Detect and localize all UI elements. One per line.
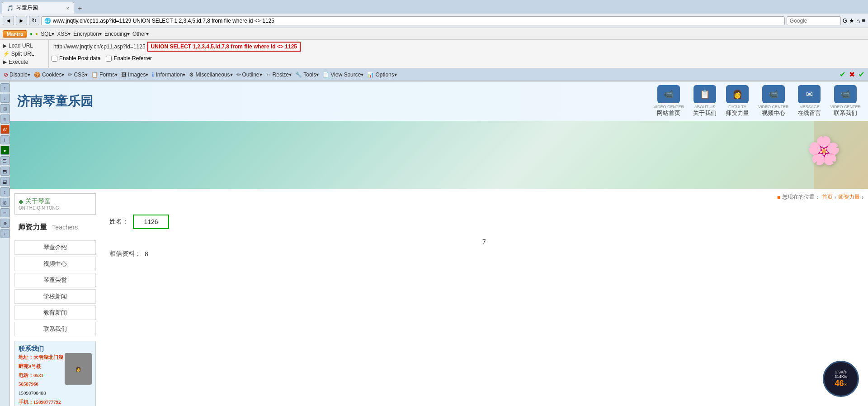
nav-message-top: MESSAGE [797, 105, 821, 109]
side-menu-item-5[interactable]: 教育新闻 [14, 306, 96, 320]
sidebar-icon-down[interactable]: ↓ [0, 229, 9, 238]
sidebar-icon-list[interactable]: ≡ [0, 208, 9, 217]
enable-post-text: Enable Post data [59, 55, 100, 62]
nav-item-home[interactable]: 📹 VIDEO CENTER 网站首页 [653, 85, 684, 117]
css-menu[interactable]: ✏ CSS▾ [68, 72, 88, 78]
sidebar-icon-i[interactable]: i [0, 135, 9, 144]
info-value: 8 [145, 250, 148, 258]
breadcrumb-current[interactable]: 师资力量 [838, 193, 860, 201]
sidebar-icon-table[interactable]: ⬒ [0, 167, 9, 176]
resize-label: Resize▾ [273, 72, 292, 78]
nav-message-main: 在线留言 [797, 109, 821, 117]
google-search-input[interactable] [787, 16, 841, 25]
active-tab[interactable]: 🎵 琴童乐园 × [2, 2, 74, 14]
hackbar-content: http://www.jnqtly.cn/cp11.asp?id=1125 UN… [49, 40, 868, 63]
load-url-label: Load URL [9, 43, 33, 49]
tab-close-button[interactable]: × [66, 5, 69, 11]
sidebar-icon-4[interactable]: ≡ [0, 115, 9, 124]
teacher-section: 师资力量 Teachers [14, 219, 96, 236]
site-logo: 济南琴童乐园 [17, 93, 93, 110]
nav-item-contact[interactable]: 📹 VIDEO CENTER 联系我们 [830, 85, 861, 117]
xss-menu[interactable]: XSS▾ [57, 31, 71, 37]
security-bar: ⊘ Disable▾ 🍪 Cookies▾ ✏ CSS▾ 📋 Forms▾ 🖼 … [0, 68, 868, 81]
breadcrumb-home[interactable]: 首页 [822, 193, 833, 201]
forward-button[interactable]: ► [16, 16, 27, 25]
home-button[interactable]: ⌂ [856, 17, 860, 24]
nav-home-top: VIDEO CENTER [653, 105, 684, 109]
site-main: ■ 您现在的位置： 首页 › 师资力量 › 姓名： 1126 7 [100, 189, 868, 406]
sidebar-icon-w[interactable]: W [0, 125, 9, 134]
view-source-menu[interactable]: 📄 View Source▾ [322, 72, 363, 78]
side-menu-item-2[interactable]: 视频中心 [14, 257, 96, 271]
sidebar-icon-target[interactable]: ◎ [0, 198, 9, 207]
about-title: ◆ 关于琴童 [19, 197, 92, 205]
enable-post-checkbox[interactable] [52, 56, 57, 62]
sidebar-icon-menu[interactable]: ☰ [0, 156, 9, 165]
execute-label: Execute [9, 59, 28, 65]
nav-home-main: 网站首页 [653, 109, 684, 117]
execute-button[interactable]: ▶ Execute [3, 58, 46, 66]
nav-contact-top: VIDEO CENTER [830, 105, 861, 109]
nav-item-faculty[interactable]: 👩 FACULTY 师资力量 [726, 85, 749, 117]
tools-menu[interactable]: 🔧 Tools▾ [295, 72, 319, 78]
images-icon: 🖼 [121, 72, 127, 78]
cookies-menu[interactable]: 🍪 Cookies▾ [34, 72, 64, 78]
refresh-button[interactable]: ↻ [29, 16, 39, 25]
enable-post-label[interactable]: Enable Post data [52, 55, 100, 62]
split-url-button[interactable]: ⚡ Split URL [3, 50, 46, 58]
nav-bar: ◄ ► ↻ 🌐 G ★ ⌂ ≡ [0, 14, 868, 28]
nav-video-top: VIDEO CENTER [758, 105, 789, 109]
hackbar-main-row: ▶ Load URL ⚡ Split URL ▶ Execute http://… [0, 40, 868, 68]
encoding-menu[interactable]: Encoding▾ [104, 31, 130, 37]
view-source-label: View Source▾ [330, 72, 363, 78]
menu-icon[interactable]: ≡ [862, 17, 865, 24]
sidebar-icon-grid[interactable]: ⬓ [0, 177, 9, 186]
sidebar-icon-1[interactable]: ↑ [0, 83, 9, 92]
main-layout: ↑ ↓ ⊞ ≡ W i ● ☰ ⬒ ⬓ ↕ ◎ ≡ ⊕ ↓ 济南琴童乐园 📹 V… [0, 81, 868, 406]
information-menu[interactable]: ℹ Information▾ [152, 72, 185, 78]
sidebar-icon-resize[interactable]: ↕ [0, 187, 9, 196]
sidebar-icon-dot[interactable]: ● [0, 146, 9, 155]
split-url-icon: ⚡ [3, 51, 9, 57]
hackbar-side: ▶ Load URL ⚡ Split URL ▶ Execute [0, 40, 49, 68]
forms-menu[interactable]: 📋 Forms▾ [91, 72, 118, 78]
sidebar-icon-2[interactable]: ↓ [0, 94, 9, 103]
number-display: 7 [109, 238, 859, 245]
sql-menu[interactable]: SQL▾ [41, 31, 54, 37]
new-tab-button[interactable]: + [74, 4, 85, 14]
nav-video-icon: 📹 [762, 85, 785, 103]
teacher-title: 师资力量 [18, 223, 47, 231]
sidebar-icon-add[interactable]: ⊕ [0, 219, 9, 228]
site-body: ◆ 关于琴童 ON THE QIN TONG 师资力量 Teachers 琴童介… [10, 189, 868, 406]
other-menu[interactable]: Other▾ [132, 31, 149, 37]
side-menu-item-6[interactable]: 联系我们 [14, 322, 96, 336]
back-button[interactable]: ◄ [3, 16, 14, 25]
css-label: CSS▾ [74, 72, 88, 78]
options-menu[interactable]: 📊 Options▾ [367, 72, 396, 78]
enable-referrer-checkbox[interactable] [106, 56, 112, 62]
side-menu-item-3[interactable]: 琴童荣誉 [14, 273, 96, 287]
url-inject[interactable]: UNION SELECT 1,2,3,4,5,id,7,8 from file … [147, 42, 301, 52]
disable-icon: ⊘ [4, 72, 8, 78]
encryption-menu[interactable]: Encryption▾ [73, 31, 102, 37]
address-bar[interactable] [53, 18, 782, 24]
mantra-button[interactable]: Mantra [3, 30, 27, 38]
nav-item-about[interactable]: 📋 ABOUT US 关于我们 [693, 85, 717, 117]
load-url-button[interactable]: ▶ Load URL [3, 42, 46, 50]
outline-label: Outline▾ [242, 72, 262, 78]
nav-home-icon: 📹 [657, 85, 680, 103]
enable-referrer-label[interactable]: Enable Referrer [106, 55, 152, 62]
banner-flower: 🌸 [807, 134, 841, 167]
side-menu-item-4[interactable]: 学校新闻 [14, 289, 96, 304]
images-menu[interactable]: 🖼 Images▾ [121, 72, 148, 78]
check-green-icon: ✔ [840, 70, 845, 79]
outline-menu[interactable]: ✏ Outline▾ [236, 72, 262, 78]
side-menu-item-1[interactable]: 琴童介绍 [14, 240, 96, 255]
sidebar-icon-3[interactable]: ⊞ [0, 104, 9, 113]
cookies-icon: 🍪 [34, 72, 41, 78]
miscellaneous-menu[interactable]: ⚙ Miscellaneous▾ [189, 72, 232, 78]
nav-item-message[interactable]: ✉ MESSAGE 在线留言 [797, 85, 821, 117]
disable-menu[interactable]: ⊘ Disable▾ [4, 72, 30, 78]
nav-item-video[interactable]: 📹 VIDEO CENTER 视频中心 [758, 85, 789, 117]
resize-menu[interactable]: ↔ Resize▾ [266, 72, 292, 78]
